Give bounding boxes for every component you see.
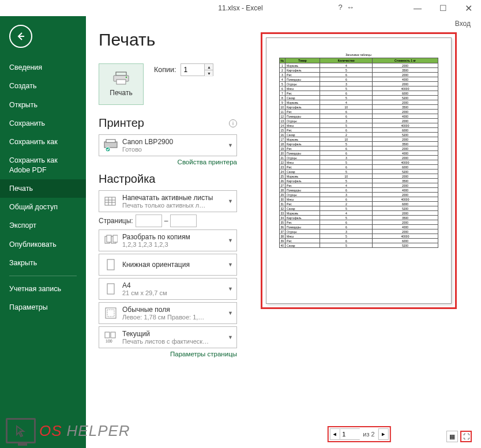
titlebar: 11.xlsx - Excel ? ↔ — ☐ ✕: [0, 0, 481, 16]
sidebar-item-9[interactable]: Опубликовать: [0, 235, 86, 254]
copies-label: Копии:: [154, 66, 176, 74]
chevron-down-icon: ▼: [228, 286, 233, 292]
printer-icon: [112, 71, 130, 85]
svg-rect-21: [111, 332, 115, 338]
preview-caption: Заголовок таблицы: [279, 53, 438, 57]
sidebar-item-4[interactable]: Сохранить как: [0, 133, 86, 151]
sidebar-item-5[interactable]: Сохранить как Adobe PDF: [0, 151, 86, 179]
svg-rect-20: [105, 332, 110, 338]
svg-text:100: 100: [106, 339, 112, 343]
sheets-icon: [103, 193, 119, 209]
sidebar-item-7[interactable]: Общий доступ: [0, 198, 86, 216]
setting-orientation[interactable]: Книжная ориентация ▼: [99, 254, 237, 276]
page-number-input[interactable]: [340, 428, 359, 440]
chevron-down-icon: ▼: [228, 334, 233, 340]
chevron-down-icon: ▼: [228, 198, 233, 204]
copies-down[interactable]: ▼: [205, 70, 213, 77]
copies-up[interactable]: ▲: [205, 64, 213, 70]
setting-margins[interactable]: Обычные поляЛевое: 1,78 см Правое: 1,… ▼: [99, 302, 237, 324]
collate-icon: [103, 232, 119, 249]
printer-name: Canon LBP2900: [122, 138, 226, 146]
copies-spinner[interactable]: ▲▼: [181, 63, 213, 76]
page-total-label: из 2: [359, 431, 378, 438]
portrait-icon: [103, 257, 119, 273]
svg-rect-2: [117, 80, 126, 84]
printer-section-title: Принтер: [99, 116, 144, 130]
pages-from-input[interactable]: [136, 214, 162, 227]
svg-point-3: [126, 77, 127, 78]
pages-label: Страницы:: [99, 217, 133, 225]
scale-icon: 100: [103, 329, 119, 345]
sidebar-item-12[interactable]: Параметры: [0, 298, 86, 317]
print-button-label: Печать: [110, 89, 132, 97]
printer-properties-link[interactable]: Свойства принтера: [99, 159, 237, 165]
zoom-to-page-button[interactable]: ⛶: [460, 431, 472, 442]
back-button[interactable]: [9, 25, 32, 48]
sidebar-item-2[interactable]: Открыть: [0, 96, 86, 114]
margins-icon: [103, 305, 119, 321]
page-icon: [103, 281, 119, 297]
maximize-button[interactable]: ☐: [430, 0, 456, 16]
info-icon[interactable]: i: [229, 119, 237, 127]
print-preview-highlight: Заголовок таблицы №ТоварКоличествоСтоимо…: [261, 32, 457, 309]
sidebar-item-8[interactable]: Экспорт: [0, 216, 86, 235]
svg-rect-5: [106, 140, 115, 142]
minimize-button[interactable]: —: [405, 0, 430, 16]
page-title: Печать: [99, 30, 237, 50]
printer-device-icon: [103, 137, 119, 153]
printer-status: Готово: [122, 146, 226, 153]
setting-paper-size[interactable]: A421 см x 29,7 см ▼: [99, 278, 237, 300]
printer-dropdown[interactable]: Canon LBP2900 Готово ▼: [99, 134, 237, 156]
sidebar-item-3[interactable]: Сохранить: [0, 114, 86, 133]
svg-rect-0: [116, 72, 126, 76]
prev-page-button[interactable]: ◄: [329, 428, 340, 440]
preview-table: №ТоварКоличествоСтоимость 1 кг 1Морковь4…: [279, 58, 438, 248]
print-preview-page: Заголовок таблицы №ТоварКоличествоСтоимо…: [266, 37, 452, 304]
setting-print-what[interactable]: Напечатать активные листыПечать только а…: [99, 190, 237, 212]
svg-rect-7: [105, 197, 115, 205]
chevron-down-icon: ▼: [228, 310, 233, 316]
page-setup-link[interactable]: Параметры страницы: [99, 351, 237, 357]
help-dropdown[interactable]: ? ↔: [339, 3, 354, 12]
svg-rect-13: [107, 235, 111, 242]
sidebar-item-0[interactable]: Сведения: [0, 58, 86, 77]
print-button[interactable]: Печать: [99, 63, 144, 105]
backstage-sidebar: СведенияСоздатьОткрытьСохранитьСохранить…: [0, 16, 86, 448]
page-nav-highlight: ◄ из 2 ►: [327, 426, 390, 442]
cursor-icon: [6, 418, 36, 443]
settings-section-title: Настройка: [99, 172, 155, 186]
svg-rect-16: [107, 259, 114, 270]
setting-collate[interactable]: Разобрать по копиям1,2,3 1,2,3 1,2,3 ▼: [99, 229, 237, 251]
close-button[interactable]: ✕: [456, 0, 481, 16]
svg-rect-17: [107, 284, 114, 294]
chevron-down-icon: ▼: [228, 142, 233, 148]
arrow-left-icon: [16, 31, 26, 42]
sidebar-item-11[interactable]: Учетная запись: [0, 280, 86, 298]
pages-to-input[interactable]: [170, 214, 197, 227]
copies-input[interactable]: [181, 64, 204, 76]
sidebar-item-10[interactable]: Закрыть: [0, 254, 86, 272]
sidebar-item-6[interactable]: Печать: [0, 179, 86, 198]
setting-scaling[interactable]: 100 ТекущийПечать листов с фактическ… ▼: [99, 326, 237, 348]
window-title: 11.xlsx - Excel: [218, 4, 262, 12]
sidebar-item-1[interactable]: Создать: [0, 77, 86, 95]
next-page-button[interactable]: ►: [378, 428, 389, 440]
chevron-down-icon: ▼: [228, 262, 233, 268]
watermark: OS HELPER: [6, 418, 130, 443]
chevron-down-icon: ▼: [228, 238, 233, 243]
svg-rect-15: [113, 235, 118, 242]
show-margins-button[interactable]: ▦: [446, 431, 458, 442]
